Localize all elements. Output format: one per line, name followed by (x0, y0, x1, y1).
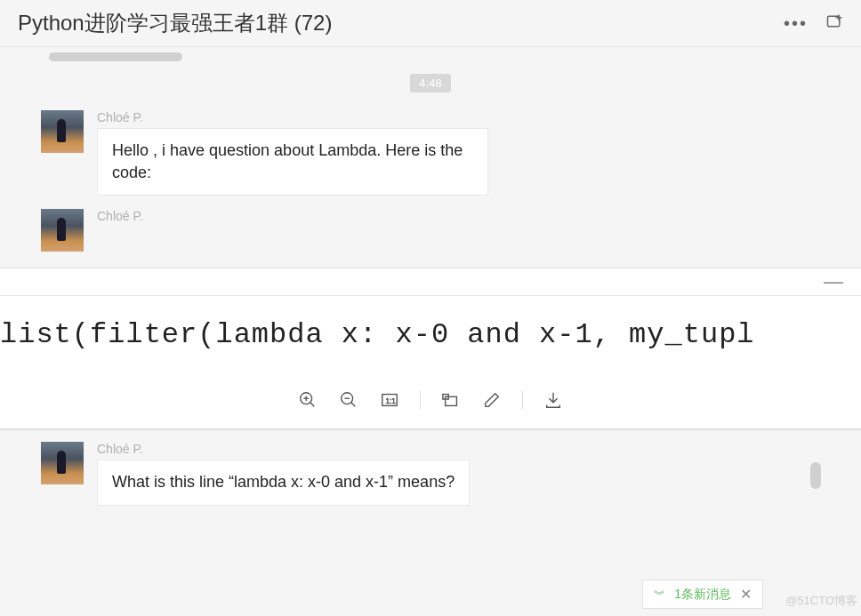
minimize-icon[interactable]: — (824, 270, 843, 293)
notification-text: 1条新消息 (674, 587, 731, 603)
viewer-toolbar: 1:1 (0, 373, 861, 428)
viewer-header: — (0, 268, 861, 295)
code-image: list(filter(lambda x: x-0 and x-1, my_tu… (0, 296, 861, 373)
timestamp: 4:48 (410, 74, 450, 92)
watermark: @51CTO博客 (785, 593, 857, 609)
message-row: Chloé P. What is this line “lambda x: x-… (0, 437, 861, 514)
svg-line-8 (351, 403, 356, 407)
scrollbar-thumb[interactable] (810, 462, 821, 489)
edit-icon[interactable] (481, 389, 503, 411)
image-viewer: — list(filter(lambda x: x-0 and x-1, my_… (0, 268, 861, 429)
message-bubble[interactable]: Hello , i have question about Lambda. He… (97, 128, 488, 196)
sender-name: Chloé P. (97, 209, 143, 223)
add-window-icon[interactable] (825, 12, 843, 35)
zoom-in-icon[interactable] (297, 389, 318, 411)
toolbar-divider (522, 391, 523, 409)
message-row: Chloé P. (0, 204, 861, 252)
avatar[interactable] (41, 209, 84, 252)
svg-rect-12 (446, 397, 457, 406)
chat-body-lower: Chloé P. What is this line “lambda x: x-… (0, 429, 861, 514)
sender-name: Chloé P. (97, 442, 470, 456)
download-icon[interactable] (543, 389, 564, 411)
chat-body: 4:48 Chloé P. Hello , i have question ab… (0, 47, 861, 260)
zoom-out-icon[interactable] (338, 389, 359, 411)
more-icon[interactable]: ••• (784, 13, 808, 34)
scrollbar-thumb[interactable] (49, 52, 182, 61)
actual-size-icon[interactable]: 1:1 (379, 389, 400, 411)
svg-line-4 (310, 403, 315, 407)
message-bubble[interactable]: What is this line “lambda x: x-0 and x-1… (97, 460, 470, 505)
rotate-icon[interactable] (440, 389, 462, 411)
svg-text:1:1: 1:1 (385, 397, 396, 405)
toolbar-divider (420, 391, 421, 409)
close-icon[interactable]: ✕ (740, 586, 752, 603)
chat-header: Python进阶学习最强王者1群 (72) ••• (0, 0, 861, 47)
header-actions: ••• (784, 12, 843, 35)
message-row: Chloé P. Hello , i have question about L… (0, 106, 861, 204)
chat-title: Python进阶学习最强王者1群 (72) (18, 9, 332, 37)
avatar[interactable] (41, 110, 84, 153)
chevron-down-icon: ︾ (654, 587, 665, 603)
sender-name: Chloé P. (97, 110, 488, 124)
new-message-notification[interactable]: ︾ 1条新消息 ✕ (642, 580, 763, 609)
avatar[interactable] (41, 442, 84, 484)
